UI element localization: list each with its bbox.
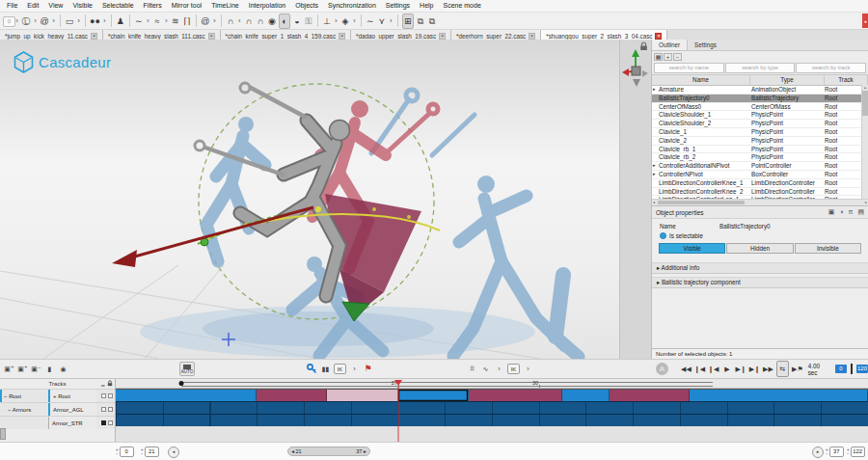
column-header-track[interactable]: Track [825, 75, 868, 85]
separator[interactable] [397, 14, 398, 27]
track-mini-scrollbar[interactable] [0, 428, 6, 440]
track-checkbox-1[interactable] [101, 393, 106, 398]
track-checkbox-2[interactable] [108, 393, 113, 398]
menu-item[interactable]: Objects [290, 0, 323, 12]
track-checkbox-2[interactable] [108, 407, 113, 412]
outliner-row[interactable]: CenterOfMass0 CenterOfMass Root [652, 103, 868, 112]
viewport-3d[interactable]: Cascadeur [0, 40, 619, 359]
menu-item[interactable]: Scene mode [438, 0, 485, 12]
separator[interactable] [361, 14, 362, 27]
separator[interactable] [221, 14, 222, 27]
filter-remove-button[interactable]: − [673, 53, 682, 61]
outliner-row[interactable]: ClavicleShoulder_2 PhysicPoint Root [652, 120, 868, 128]
track-name-label[interactable]: + Root [53, 393, 70, 399]
timeline-grid[interactable]: 2730 [116, 379, 868, 442]
frame-end-badge[interactable]: 120 [856, 365, 868, 373]
track-name-label[interactable]: Armor_STR [52, 420, 83, 426]
dropdown-icon[interactable]: › [523, 362, 533, 376]
scene-start-value[interactable]: 0 [120, 446, 134, 457]
scroll-left-button[interactable]: ◂ [168, 446, 179, 458]
stand-pose-icon[interactable]: ⊥ [322, 14, 332, 28]
play-to-flag-button[interactable]: ▶⚑ [792, 362, 803, 376]
tolerance-high-spinner[interactable]: 0 [3, 16, 15, 27]
dropdown-icon[interactable]: › [164, 14, 169, 28]
arc-add-icon[interactable]: ∩ [226, 14, 235, 28]
step-forward-button[interactable]: ▶❙ [736, 362, 746, 376]
solid-track-icon[interactable]: ▮ [44, 362, 55, 376]
track-row[interactable]: − Armors Armor_AGL [0, 402, 115, 416]
menu-item[interactable]: Filters [139, 0, 167, 12]
timeline-segment[interactable] [398, 390, 469, 401]
view-end-spinner[interactable]: +− 37 [826, 446, 844, 457]
playhead-line[interactable] [397, 387, 398, 442]
dropdown-icon[interactable]: › [146, 14, 150, 28]
view-start-spinner[interactable]: +− 21 [141, 446, 159, 457]
search-by-track-input[interactable]: search by track [796, 63, 866, 73]
visibility-button[interactable]: Visible [659, 243, 725, 254]
dropdown-icon[interactable]: › [494, 362, 504, 376]
menu-item[interactable]: Interpolation [244, 0, 291, 12]
dropdown-icon[interactable]: › [76, 14, 81, 28]
track-checkbox-2[interactable] [108, 420, 113, 425]
timeline-segment[interactable] [469, 390, 563, 401]
filter-grid-icon[interactable]: ▦ [654, 53, 663, 61]
filter-curve-icon[interactable]: ∿ [480, 362, 491, 376]
outliner-row[interactable]: LimbDirectionControllerKnee_1 LimbDirect… [652, 179, 868, 188]
tab-close-icon[interactable]: × [529, 33, 535, 40]
outliner-row[interactable]: ▸ControllerNPivot BoxController Root [652, 171, 868, 179]
list-icon[interactable]: ▤ [857, 208, 864, 216]
flag-icon[interactable]: ⚑ [363, 362, 373, 376]
timeline-track-armor-str[interactable] [116, 414, 868, 426]
arc-icon[interactable]: ∩ [256, 14, 265, 28]
separator[interactable] [317, 14, 318, 27]
panel-tab[interactable]: Settings [688, 40, 723, 50]
column-header-type[interactable]: Type [750, 75, 825, 85]
autoposing-button[interactable]: AUTO [179, 362, 195, 376]
lock-mini-icon[interactable]: ⚿ [304, 14, 313, 28]
tab-close-icon[interactable]: × [208, 33, 215, 40]
curve-icon[interactable]: ∼ [134, 14, 144, 28]
loop-button[interactable]: ⇆ [776, 361, 789, 377]
ik-ghost-button[interactable]: IK [507, 364, 520, 374]
track-filter-icon[interactable]: ⚌ [101, 380, 105, 390]
menu-item[interactable]: Help [415, 0, 438, 12]
separator[interactable] [129, 14, 130, 27]
scroll-right-icon[interactable]: ▸ [865, 200, 867, 205]
outliner-row[interactable]: ▸Armature AnimationObject Root [652, 86, 868, 95]
menu-item[interactable]: View [43, 0, 68, 12]
playhead-marker[interactable] [394, 380, 402, 386]
timeline-segment[interactable] [690, 390, 868, 401]
collapsible-section[interactable]: ▸ Ballistic trajectory component [652, 277, 868, 288]
range-dot[interactable] [179, 381, 184, 386]
outliner-row[interactable]: ClavicleShoulder_1 PhysicPoint Root [652, 111, 868, 120]
track-row[interactable]: − Root + Root [0, 389, 115, 402]
step-back-button[interactable]: ❙◀ [708, 362, 719, 376]
panel-collapse-strip[interactable]: ◂ [862, 14, 868, 28]
dropdown-icon[interactable]: › [352, 14, 357, 28]
add-track-icon[interactable]: ▣⁺ [4, 362, 14, 376]
dropdown-icon[interactable]: › [212, 14, 217, 28]
paste-scene-icon[interactable]: ⧉ [427, 14, 437, 28]
filter-add-button[interactable]: + [664, 53, 672, 61]
menu-item[interactable]: Settings [381, 0, 415, 12]
curves-icon[interactable]: ≈ [152, 14, 162, 28]
track-tree-label[interactable]: − Armors [8, 407, 31, 413]
scene-end-value[interactable]: 122 [851, 446, 865, 457]
name-value[interactable]: BallisticTrajectory0 [719, 223, 771, 230]
outliner-row[interactable]: BallisticTrajectory0 BallisticTrajectory… [652, 95, 868, 103]
search-by-name-input[interactable]: search by name [654, 63, 724, 73]
play-button[interactable]: ▶ [722, 362, 733, 376]
orientation-gizmo[interactable] [621, 47, 650, 90]
outliner-row[interactable]: Clavicle_rb_1 PhysicPoint Root [652, 146, 868, 154]
copy-scene-icon[interactable]: ⧉ [416, 14, 425, 28]
wave-icon[interactable]: ∼ [366, 14, 375, 28]
pi-icon[interactable]: π [849, 208, 854, 216]
track-tree-label[interactable]: − Root [4, 393, 21, 399]
range-bar[interactable] [181, 382, 713, 387]
point-pair-icon[interactable]: ●● [90, 14, 100, 28]
outliner-hscrollbar[interactable]: ◂ ▸ [652, 199, 868, 205]
trajectory-icon[interactable]: ≋ [171, 14, 180, 28]
timeline-ruler[interactable]: 2730 [116, 379, 868, 389]
track-name-label[interactable]: Armor_AGL [53, 407, 84, 413]
track-checkbox-1[interactable] [101, 407, 106, 412]
